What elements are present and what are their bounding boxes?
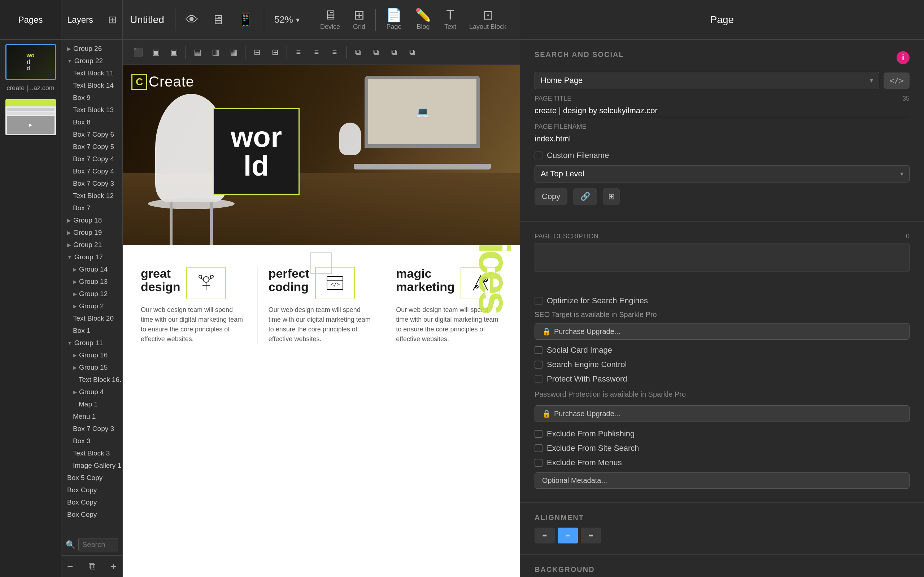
exclude-publishing-checkbox[interactable] — [535, 430, 543, 438]
layer-textblock3[interactable]: Text Block 3 — [61, 447, 122, 459]
search-input[interactable] — [78, 538, 118, 551]
layer-group18[interactable]: ▶ Group 18 — [61, 214, 122, 226]
layer-group13[interactable]: ▶ Group 13 — [61, 276, 122, 288]
copy-button[interactable]: Copy — [535, 188, 567, 205]
layer-boxcopy2[interactable]: Box Copy — [61, 496, 122, 508]
align-middle-button[interactable]: ▥ — [208, 44, 223, 60]
align-right-option[interactable]: ≡ — [581, 528, 601, 543]
purchase-upgrade-seo-button[interactable]: 🔒 Purchase Upgrade... — [535, 323, 909, 340]
layer-boxcopy1[interactable]: Box Copy — [61, 484, 122, 496]
duplicate-layer-button[interactable]: ⧉ — [89, 561, 96, 572]
social-card-row[interactable]: Social Card Image — [535, 345, 909, 355]
layer-box9[interactable]: Box 9 — [61, 92, 122, 104]
custom-filename-checkbox[interactable] — [535, 152, 543, 160]
align-center-h-button[interactable]: ▣ — [148, 44, 164, 60]
distribute-h-button[interactable]: ⊟ — [249, 44, 265, 60]
layer-box7copy3[interactable]: Box 7 Copy 3 — [61, 177, 122, 190]
exclude-publishing-row[interactable]: Exclude From Publishing — [535, 429, 909, 438]
layer-group26[interactable]: ▶ Group 26 — [61, 43, 122, 55]
align-right-button[interactable]: ▣ — [166, 44, 182, 60]
layer-group22[interactable]: ▼ Group 22 — [61, 55, 122, 67]
layer-box7copy3b[interactable]: Box 7 Copy 3 — [61, 423, 122, 435]
layer-group16[interactable]: ▶ Group 16 — [61, 349, 122, 361]
info-icon[interactable]: i — [897, 51, 909, 64]
view-tablet-button[interactable]: 📱 — [231, 13, 260, 26]
page-desc-textarea[interactable] — [535, 243, 909, 272]
exclude-menus-row[interactable]: Exclude From Menus — [535, 458, 909, 467]
add-layer-button[interactable]: + — [111, 561, 116, 572]
optional-metadata-button[interactable]: Optional Metadata... — [535, 472, 909, 488]
align-center-option[interactable]: ≡ — [558, 528, 578, 543]
layer-group19[interactable]: ▶ Group 19 — [61, 226, 122, 239]
layer-box7copy4a[interactable]: Box 7 Copy 4 — [61, 153, 122, 165]
purchase-upgrade-pw-button[interactable]: 🔒 Purchase Upgrade... — [535, 405, 909, 422]
layer-group4[interactable]: ▶ Group 4 — [61, 386, 122, 398]
search-engine-row[interactable]: Search Engine Control — [535, 360, 909, 369]
layer-forward2-button[interactable]: ⧉ — [404, 44, 420, 60]
align-left-button[interactable]: ⬛ — [130, 44, 146, 60]
layer-group15[interactable]: ▶ Group 15 — [61, 361, 122, 374]
align-top-button[interactable]: ▤ — [189, 44, 205, 60]
layer-map1[interactable]: Map 1 — [61, 398, 122, 410]
layer-back2-button[interactable]: ⧉ — [386, 44, 402, 60]
layer-box3[interactable]: Box 3 — [61, 435, 122, 447]
exclude-site-search-checkbox[interactable] — [535, 444, 543, 452]
protect-password-row[interactable]: Protect With Password — [535, 374, 909, 384]
layer-box8[interactable]: Box 8 — [61, 116, 122, 128]
layer-imagegallery1[interactable]: Image Gallery 1 — [61, 459, 122, 472]
layer-group12[interactable]: ▶ Group 12 — [61, 288, 122, 300]
remove-layer-button[interactable]: − — [67, 561, 73, 572]
layer-box7copy5[interactable]: Box 7 Copy 5 — [61, 141, 122, 153]
layer-group17[interactable]: ▼ Group 17 — [61, 251, 122, 263]
layer-textblock12[interactable]: Text Block 12 — [61, 190, 122, 202]
search-engine-checkbox[interactable] — [535, 361, 543, 369]
page-type-select[interactable]: Home Page ▾ — [535, 72, 879, 89]
view-eye-button[interactable]: 👁 — [179, 13, 205, 26]
page-thumb-2[interactable]: ▶ — [5, 99, 56, 135]
layer-menu1[interactable]: Menu 1 — [61, 410, 122, 423]
layer-boxcopy3[interactable]: Box Copy — [61, 508, 122, 521]
layer-textblock14[interactable]: Text Block 14 — [61, 79, 122, 92]
text-button[interactable]: T Text — [438, 9, 463, 31]
grid-view-button[interactable]: ⊞ — [603, 188, 620, 205]
layer-box7copy4b[interactable]: Box 7 Copy 4 — [61, 165, 122, 177]
distribute-v-button[interactable]: ⊞ — [267, 44, 283, 60]
custom-filename-row[interactable]: Custom Filename — [535, 151, 909, 160]
layer-group11[interactable]: ▼ Group 11 — [61, 337, 122, 349]
protect-password-checkbox[interactable] — [535, 375, 543, 383]
device-button[interactable]: 🖥 Device — [313, 9, 347, 31]
layer-back-button[interactable]: ⧉ — [350, 44, 366, 60]
layout-block-button[interactable]: ⊡ Layout Block — [463, 9, 513, 31]
optimize-seo-row[interactable]: Optimize for Search Engines — [535, 296, 909, 305]
zoom-control[interactable]: 52% ▾ — [268, 14, 306, 25]
exclude-site-search-row[interactable]: Exclude From Site Search — [535, 443, 909, 453]
link-button[interactable]: 🔗 — [573, 188, 597, 205]
layer-box1[interactable]: Box 1 — [61, 324, 122, 337]
layers-toggle-icon[interactable]: ⊞ — [108, 14, 116, 26]
layer-forward-button[interactable]: ⧉ — [368, 44, 384, 60]
layer-group21[interactable]: ▶ Group 21 — [61, 239, 122, 251]
view-desktop-button[interactable]: 🖥 — [205, 13, 231, 26]
align-text-right-button[interactable]: ≡ — [327, 44, 342, 60]
layer-textblock20[interactable]: Text Block 20 — [61, 312, 122, 324]
social-card-checkbox[interactable] — [535, 346, 543, 354]
layer-group14[interactable]: ▶ Group 14 — [61, 263, 122, 276]
layer-textblock11[interactable]: Text Block 11 — [61, 67, 122, 79]
page-title-input[interactable] — [535, 105, 909, 117]
page-button[interactable]: 📄 Page — [380, 9, 409, 31]
layer-group2[interactable]: ▶ Group 2 — [61, 300, 122, 312]
top-level-select[interactable]: At Top Level ▾ — [535, 165, 909, 182]
grid-button[interactable]: ⊞ Grid — [347, 9, 372, 31]
layer-textblock13[interactable]: Text Block 13 — [61, 104, 122, 116]
exclude-menus-checkbox[interactable] — [535, 459, 543, 467]
world-box[interactable]: wor ld — [213, 108, 300, 195]
page-thumb-1[interactable]: world — [5, 44, 56, 80]
layer-box7copy6[interactable]: Box 7 Copy 6 — [61, 128, 122, 141]
code-button[interactable]: </> — [884, 73, 909, 89]
align-bottom-button[interactable]: ▦ — [226, 44, 241, 60]
align-left-option[interactable]: ≡ — [535, 528, 555, 543]
blog-button[interactable]: ✏️ Blog — [409, 9, 438, 31]
align-text-left-button[interactable]: ≡ — [291, 44, 307, 60]
layer-textblock16[interactable]: Text Block 16... — [61, 374, 122, 386]
layer-box5copy[interactable]: Box 5 Copy — [61, 472, 122, 484]
